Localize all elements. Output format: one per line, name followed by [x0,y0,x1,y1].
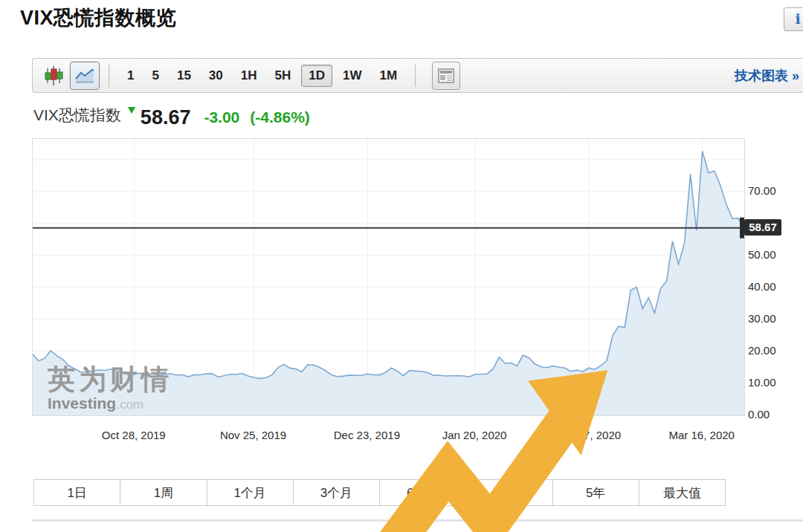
y-axis-label: 20.00 [748,344,793,357]
toolbar-separator [109,65,109,87]
x-axis-label: Mar 16, 2020 [669,429,735,441]
info-button[interactable]: i [784,7,803,31]
candlestick-icon [44,65,63,86]
y-axis-label: 10.00 [748,376,793,389]
chart-plot[interactable]: 英为财情 Investing.com [32,138,745,416]
tech-chart-link[interactable]: 技术图表 » [735,67,799,85]
y-axis-label: 0.00 [748,408,793,421]
last-price: 58.67 [141,108,191,128]
bottom-divider [32,519,803,522]
range-button-最大值[interactable]: 最大值 [639,479,726,506]
chart-toolbar: 1515301H5H1D1W1M 技术图表 » [32,58,803,93]
quote-row: VIX恐慌指数 58.67 -3.00 (-4.86%) [33,104,310,128]
interval-button-1d[interactable]: 1D [301,65,332,87]
x-axis-label: Nov 25, 2019 [220,429,286,441]
price-change: -3.00 [204,108,239,128]
x-axis-label: Oct 28, 2019 [102,429,166,441]
interval-button-5h[interactable]: 5H [268,65,299,87]
interval-button-1h[interactable]: 1H [233,65,265,87]
news-icon [438,68,454,83]
toolbar-separator [415,65,416,87]
candlestick-chart-button[interactable] [42,63,65,88]
quote-name: VIX恐慌指数 [33,105,121,128]
line-chart-button[interactable] [70,62,100,90]
x-axis-label: Feb 17, 2020 [555,429,621,441]
page-title: VIX恐慌指数概览 [20,4,176,31]
news-button[interactable] [432,62,460,90]
range-button-6个月[interactable]: 6个月 [379,479,466,506]
range-button-1个月[interactable]: 1个月 [207,479,294,506]
interval-button-1[interactable]: 1 [120,65,141,87]
x-axis-label: Jan 20, 2020 [442,429,507,441]
range-button-5年[interactable]: 5年 [552,479,639,506]
y-axis-label: 70.00 [748,184,793,197]
range-button-1周[interactable]: 1周 [120,479,207,506]
interval-button-5[interactable]: 5 [144,65,166,87]
interval-button-1w[interactable]: 1W [335,65,370,87]
interval-buttons: 1515301H5H1D1W1M [118,65,406,87]
range-button-1年[interactable]: 1年 [465,479,552,506]
range-buttons-row: 1日1周1个月3个月6个月1年5年最大值 [33,479,726,506]
interval-button-15[interactable]: 15 [170,65,199,87]
area-series-fill [33,151,744,415]
price-change-percent: (-4.86%) [250,108,310,128]
y-axis-label: 50.00 [748,248,793,261]
interval-button-1m[interactable]: 1M [372,65,404,87]
x-axis-label: Dec 23, 2019 [334,429,400,441]
price-down-arrow-icon [127,104,136,117]
chart-grid-and-area [33,139,744,415]
line-chart-icon [74,67,95,85]
last-price-badge: 58.67 [744,219,781,236]
info-icon: i [795,10,800,27]
y-axis-label: 40.00 [748,280,793,293]
range-button-1日[interactable]: 1日 [33,479,120,506]
interval-button-30[interactable]: 30 [201,65,230,87]
y-axis-label: 30.00 [748,312,793,325]
range-button-3个月[interactable]: 3个月 [293,479,380,506]
